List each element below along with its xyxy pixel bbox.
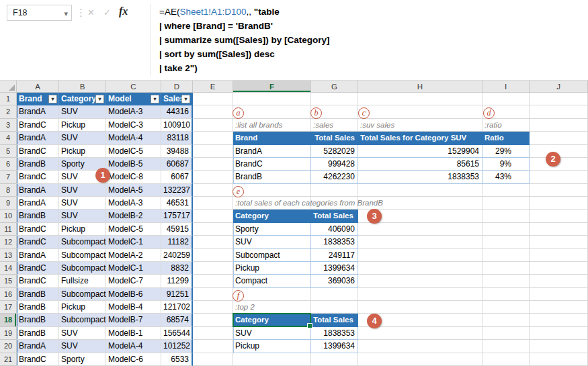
filter-dropdown-icon[interactable]: ▾ xyxy=(181,95,190,103)
cell-A11[interactable]: BrandC xyxy=(17,223,59,236)
cell-I1[interactable] xyxy=(482,93,530,105)
cell-B4[interactable]: SUV xyxy=(59,132,106,144)
cell-D13[interactable]: 240259 xyxy=(161,249,193,262)
cell-D7[interactable]: 6067 xyxy=(161,171,193,183)
cell-D6[interactable]: 60687 xyxy=(161,158,193,171)
row-header-3[interactable]: 3 xyxy=(0,119,17,132)
cell-G21[interactable] xyxy=(311,353,358,366)
cell-G16[interactable] xyxy=(311,288,358,301)
cell-F5[interactable]: BrandA xyxy=(233,145,311,158)
cell-G8[interactable] xyxy=(311,184,358,197)
cell-E8[interactable] xyxy=(193,184,233,197)
cell-D14[interactable]: 8832 xyxy=(161,262,193,275)
cell-A20[interactable]: BrandA xyxy=(17,340,59,353)
cell-A12[interactable]: BrandC xyxy=(17,236,59,248)
cell-J4[interactable] xyxy=(530,132,588,144)
row-header-9[interactable]: 9 xyxy=(0,197,17,210)
cell-D11[interactable]: 45915 xyxy=(161,223,193,236)
cell-D20[interactable]: 101252 xyxy=(161,340,193,353)
row-header-15[interactable]: 15 xyxy=(0,275,17,287)
cell-B18[interactable]: Subcompact xyxy=(59,314,106,326)
cell-F9[interactable]: :total sales of each categories from Bra… xyxy=(233,197,311,210)
cell-E6[interactable] xyxy=(193,158,233,171)
enter-icon[interactable]: ✓ xyxy=(103,7,111,17)
cell-H2[interactable] xyxy=(358,105,482,118)
cell-G3[interactable]: :sales xyxy=(311,119,358,132)
cell-H13[interactable] xyxy=(358,249,482,262)
cell-F21[interactable] xyxy=(233,353,311,366)
cell-F11[interactable]: Sporty xyxy=(233,223,311,236)
row-header-17[interactable]: 17 xyxy=(0,301,17,314)
row-header-7[interactable]: 7 xyxy=(0,171,17,183)
cell-I6[interactable]: 9% xyxy=(482,158,530,171)
cell-F4[interactable]: Brand xyxy=(233,132,311,144)
cell-G12[interactable]: 1838353 xyxy=(311,236,358,248)
row-header-5[interactable]: 5 xyxy=(0,145,17,158)
cell-I20[interactable] xyxy=(482,340,530,353)
cell-F13[interactable]: Subcompact xyxy=(233,249,311,262)
cell-I19[interactable] xyxy=(482,327,530,340)
cell-C14[interactable]: ModelC-1 xyxy=(106,262,161,275)
cell-F3[interactable]: :list all brands xyxy=(233,119,311,132)
cell-C2[interactable]: ModelA-3 xyxy=(106,105,161,118)
cell-D9[interactable]: 46531 xyxy=(161,197,193,210)
row-header-13[interactable]: 13 xyxy=(0,249,17,262)
cell-J2[interactable] xyxy=(530,105,588,118)
cell-G10[interactable]: Total Sales xyxy=(311,210,358,222)
cell-J7[interactable] xyxy=(530,171,588,183)
cell-J13[interactable] xyxy=(530,249,588,262)
cell-D12[interactable]: 11182 xyxy=(161,236,193,248)
cell-C6[interactable]: ModelB-5 xyxy=(106,158,161,171)
cell-C9[interactable]: ModelA-3 xyxy=(106,197,161,210)
cell-B17[interactable]: Pickup xyxy=(59,301,106,314)
cell-F16[interactable] xyxy=(233,288,311,301)
row-header-8[interactable]: 8 xyxy=(0,184,17,197)
cell-B19[interactable]: SUV xyxy=(59,327,106,340)
cell-A15[interactable]: BrandC xyxy=(17,275,59,287)
cell-C7[interactable]: ModelC-8 xyxy=(106,171,161,183)
cell-B3[interactable]: Pickup xyxy=(59,119,106,132)
cell-D2[interactable]: 44316 xyxy=(161,105,193,118)
cell-B14[interactable]: Subcompact xyxy=(59,262,106,275)
cell-E1[interactable] xyxy=(193,93,233,105)
cell-E9[interactable] xyxy=(193,197,233,210)
cell-A1[interactable]: Brand▾ xyxy=(17,93,59,105)
row-header-19[interactable]: 19 xyxy=(0,327,17,340)
cell-J21[interactable] xyxy=(530,353,588,366)
cell-F17[interactable]: :top 2 xyxy=(233,301,311,314)
cell-B15[interactable]: Fullsize xyxy=(59,275,106,287)
cell-B11[interactable]: Pickup xyxy=(59,223,106,236)
cell-F1[interactable] xyxy=(233,93,311,105)
cell-G14[interactable]: 1399634 xyxy=(311,262,358,275)
cell-E5[interactable] xyxy=(193,145,233,158)
cell-D17[interactable]: 121702 xyxy=(161,301,193,314)
cell-J20[interactable] xyxy=(530,340,588,353)
row-header-1[interactable]: 1 xyxy=(0,93,17,105)
cell-I8[interactable] xyxy=(482,184,530,197)
filter-dropdown-icon[interactable]: ▾ xyxy=(151,95,159,103)
cell-D15[interactable]: 11299 xyxy=(161,275,193,287)
cell-E10[interactable] xyxy=(193,210,233,222)
cell-H3[interactable]: :suv sales xyxy=(358,119,482,132)
cell-I11[interactable] xyxy=(482,223,530,236)
cell-C20[interactable]: ModelA-4 xyxy=(106,340,161,353)
cell-B9[interactable]: SUV xyxy=(59,197,106,210)
cell-A3[interactable]: BrandC xyxy=(17,119,59,132)
column-header-A[interactable]: A xyxy=(17,81,59,93)
column-header-F[interactable]: F xyxy=(233,81,311,93)
cell-C5[interactable]: ModelC-5 xyxy=(106,145,161,158)
cell-A18[interactable]: BrandB xyxy=(17,314,59,326)
cell-E14[interactable] xyxy=(193,262,233,275)
cell-C11[interactable]: ModelC-5 xyxy=(106,223,161,236)
column-header-C[interactable]: C xyxy=(106,81,161,93)
column-header-G[interactable]: G xyxy=(311,81,358,93)
cell-D8[interactable]: 132237 xyxy=(161,184,193,197)
cell-B8[interactable]: SUV xyxy=(59,184,106,197)
cell-D21[interactable]: 6533 xyxy=(161,353,193,366)
cell-G15[interactable]: 369036 xyxy=(311,275,358,287)
cell-G20[interactable]: 1399634 xyxy=(311,340,358,353)
cell-J8[interactable] xyxy=(530,184,588,197)
formula-input[interactable]: =AE(Sheet1!A1:D100,, "table| where [Bran… xyxy=(159,5,330,75)
cell-E18[interactable] xyxy=(193,314,233,326)
cell-A14[interactable]: BrandC xyxy=(17,262,59,275)
